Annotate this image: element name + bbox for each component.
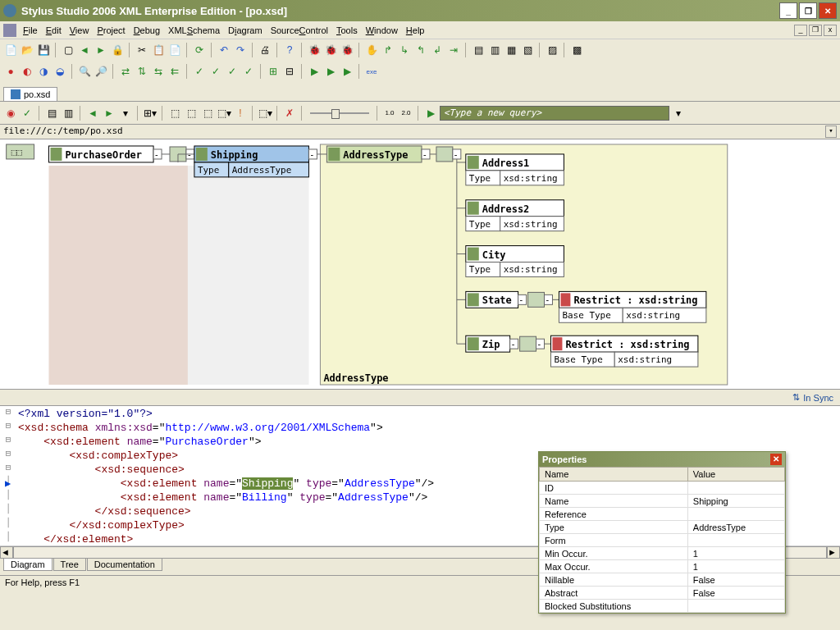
menu-window[interactable]: Window [366,25,398,35]
undo-button[interactable]: ↶ [217,43,231,57]
cut-button[interactable]: ✂ [135,43,149,57]
properties-close-button[interactable]: ✕ [770,454,782,465]
dt-nav-dd[interactable]: ▾ [118,106,133,121]
bp2-button[interactable]: ◐ [20,64,34,79]
dt-i1[interactable]: ⬚ [167,106,182,121]
mdi-restore-button[interactable]: ❐ [809,25,822,36]
back-button[interactable]: ◄ [77,43,92,57]
check1-button[interactable]: ✓ [192,64,207,79]
scroll-left-button[interactable]: ◄ [0,546,13,559]
diagram-canvas[interactable]: ⬚⬚ PurchaseOrder - - Shipping Type Addre… [0,139,840,390]
dt-btn2[interactable]: ✓ [20,106,34,121]
mdi-minimize-button[interactable]: _ [794,25,807,36]
bp4-button[interactable]: ◒ [52,64,67,79]
mdi-close-button[interactable]: x [824,25,837,36]
tab-diagram[interactable]: Diagram [3,559,52,571]
doc-tab-poxsd[interactable]: po.xsd [3,87,57,101]
dt-exp1[interactable]: ⊞▾ [143,106,158,121]
check2-button[interactable]: ✓ [208,64,223,79]
dt-excl[interactable]: ! [233,106,248,121]
refresh-button[interactable]: ⟳ [192,43,207,57]
check4-button[interactable]: ✓ [241,64,256,79]
fold-l2b[interactable]: ⊟ [0,420,16,434]
splitter-bar[interactable]: ⇅ In Sync [0,390,840,406]
sc2-button[interactable]: ⇅ [135,64,149,79]
dt-del[interactable]: ✗ [282,106,297,121]
copy-button[interactable]: 📋 [151,43,166,57]
dt-i2[interactable]: ⬚ [184,106,199,121]
dt-i3[interactable]: ⬚ [200,106,215,121]
minimize-button[interactable]: _ [779,2,797,19]
redo-button[interactable]: ↷ [233,43,248,57]
menu-edit[interactable]: Edit [46,25,62,35]
sc4-button[interactable]: ⇇ [167,64,182,79]
tab-documentation[interactable]: Documentation [87,559,162,571]
dt-go[interactable]: ▶ [423,106,438,121]
zoom-slider[interactable] [307,107,372,120]
menu-view[interactable]: View [70,25,89,35]
dt-nav-left[interactable]: ◄ [85,106,100,121]
dt-btn1[interactable]: ◉ [3,106,18,121]
dt-nav-right[interactable]: ► [102,106,116,121]
step5-button[interactable]: ⇥ [446,43,461,57]
bp1-button[interactable]: ● [3,64,18,79]
close-button[interactable]: ✕ [819,2,837,19]
menu-project[interactable]: Project [97,25,125,35]
scroll-right-button[interactable]: ► [827,546,840,559]
menu-diagram[interactable]: Diagram [228,25,262,35]
panel6-button[interactable]: ▩ [569,43,584,57]
save-button[interactable]: 💾 [36,43,51,57]
run1-button[interactable]: ▶ [307,64,322,79]
new-button[interactable]: 📄 [3,43,18,57]
step2-button[interactable]: ↳ [397,43,412,57]
dt-z1[interactable]: 1.0 [382,106,397,121]
exe-button[interactable]: exe [364,64,379,79]
sc3-button[interactable]: ⇆ [151,64,166,79]
run3-button[interactable]: ▶ [340,64,354,79]
hand-button[interactable]: ✋ [364,43,379,57]
dt-btn4[interactable]: ▥ [61,106,75,121]
properties-panel[interactable]: Properties ✕ NameValue ID NameShipping R… [538,451,786,614]
dt-z2[interactable]: 2.0 [399,106,413,121]
panel5-button[interactable]: ▨ [545,43,559,57]
dt-i5[interactable]: ⬚▾ [258,106,272,121]
step1-button[interactable]: ↱ [381,43,395,57]
bug3-button[interactable]: 🐞 [340,43,354,57]
query-input[interactable] [440,106,669,121]
find-button[interactable]: 🔍 [77,64,92,79]
run2-button[interactable]: ▶ [323,64,338,79]
panel4-button[interactable]: ▧ [520,43,535,57]
remove-button[interactable]: ⊟ [282,64,297,79]
step3-button[interactable]: ↰ [413,43,428,57]
bug1-button[interactable]: 🐞 [307,43,322,57]
replace-button[interactable]: 🔎 [94,64,108,79]
menu-sourcecontrol[interactable]: SourceControl [271,25,328,35]
fold-l3[interactable]: ⊟ [0,434,16,448]
menu-debug[interactable]: Debug [134,25,160,35]
menu-tools[interactable]: Tools [336,25,358,35]
sc1-button[interactable]: ⇄ [118,64,133,79]
panel1-button[interactable]: ▤ [471,43,486,57]
dt-btn3[interactable]: ▤ [44,106,59,121]
maximize-button[interactable]: ❐ [799,2,817,19]
fold-l2[interactable]: ⊟ [0,406,16,420]
forward-button[interactable]: ► [94,43,108,57]
menu-file[interactable]: File [23,25,38,35]
lock-button[interactable]: 🔒 [110,43,125,57]
paste-button[interactable]: 📄 [167,43,182,57]
step4-button[interactable]: ↲ [430,43,445,57]
menu-xmlschema[interactable]: XMLSchema [168,25,220,35]
add-button[interactable]: ⊞ [266,64,281,79]
print-button[interactable]: 🖨 [258,43,272,57]
dt-i4[interactable]: ⬚▾ [217,106,231,121]
open-button[interactable]: 📂 [20,43,34,57]
check3-button[interactable]: ✓ [225,64,240,79]
bp3-button[interactable]: ◑ [36,64,51,79]
bug2-button[interactable]: 🐞 [323,43,338,57]
fold-l4[interactable]: ⊟ [0,448,16,462]
tab-tree[interactable]: Tree [53,559,86,571]
fold-l5[interactable]: ⊟ [0,462,16,476]
help-button[interactable]: ? [282,43,297,57]
panel2-button[interactable]: ▥ [487,43,502,57]
path-dropdown[interactable]: ▾ [825,126,837,138]
